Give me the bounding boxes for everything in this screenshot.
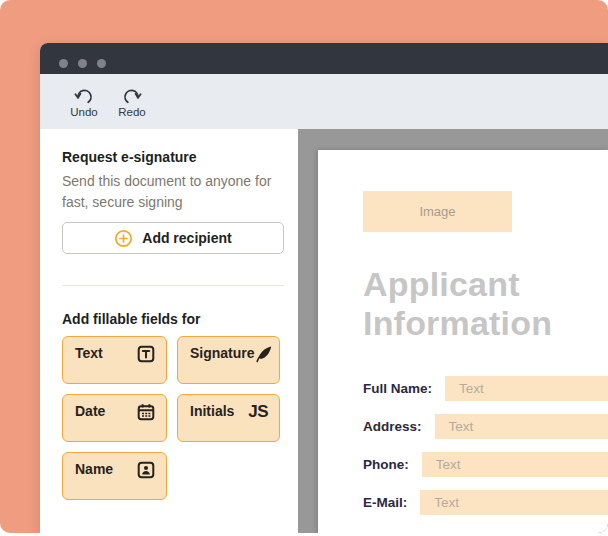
app-window: Undo Redo (40, 43, 608, 533)
redo-label: Redo (118, 106, 146, 118)
editor-toolbar: Undo Redo (40, 74, 608, 129)
form-label: Full Name: (363, 376, 432, 401)
plus-circle-icon (114, 229, 133, 248)
initials-glyph: JS (248, 403, 268, 421)
form-row-full-name: Full Name: Text (363, 376, 608, 401)
redo-button[interactable]: Redo (109, 85, 155, 118)
undo-icon (73, 87, 95, 105)
window-controls (59, 59, 106, 68)
sidebar-title: Request e-signature (62, 149, 284, 165)
form-label: E-Mail: (363, 490, 407, 515)
text-field-icon (137, 345, 155, 366)
document-form: Full Name: Text Address: Text Phone: Tex… (363, 376, 608, 515)
field-button-date[interactable]: Date (62, 394, 167, 442)
document-heading: Applicant Information (363, 265, 608, 343)
text-input-field[interactable]: Text (420, 490, 608, 515)
coral-background-card: Undo Redo (0, 0, 608, 533)
document-page: Image Applicant Information Full Name: T… (318, 150, 608, 533)
fillable-fields-title: Add fillable fields for (62, 311, 284, 327)
field-button-label: Signature (190, 345, 255, 361)
image-placeholder[interactable]: Image (363, 191, 512, 232)
field-button-text[interactable]: Text (62, 336, 167, 384)
add-recipient-button[interactable]: Add recipient (62, 222, 284, 254)
window-dot-icon[interactable] (59, 59, 68, 68)
text-input-field[interactable]: Text (445, 376, 608, 401)
field-button-signature[interactable]: Signature (177, 336, 280, 384)
document-heading-line2: Information (363, 304, 608, 343)
main-content: Request e-signature Send this document t… (40, 129, 608, 533)
form-row-address: Address: Text (363, 414, 608, 439)
field-button-label: Initials (190, 403, 234, 419)
undo-button[interactable]: Undo (61, 85, 107, 118)
redo-icon (121, 87, 143, 105)
sidebar-description: Send this document to anyone for fast, s… (62, 171, 284, 213)
field-button-label: Date (75, 403, 105, 419)
screenshot-canvas: Undo Redo (0, 0, 608, 536)
field-button-label: Name (75, 461, 113, 477)
field-button-initials[interactable]: Initials JS (177, 394, 280, 442)
image-placeholder-label: Image (419, 204, 455, 219)
feather-icon (255, 345, 273, 366)
field-button-label: Text (75, 345, 103, 361)
form-row-email: E-Mail: Text (363, 490, 608, 515)
fillable-field-buttons: Text Signature (62, 336, 284, 500)
person-badge-icon (137, 461, 155, 482)
sidebar-divider (62, 285, 284, 286)
window-titlebar (40, 43, 608, 74)
window-dot-icon[interactable] (78, 59, 87, 68)
text-input-field[interactable]: Text (422, 452, 608, 477)
form-label: Phone: (363, 452, 409, 477)
form-label: Address: (363, 414, 422, 439)
document-heading-line1: Applicant (363, 265, 608, 304)
sidebar: Request e-signature Send this document t… (40, 129, 298, 533)
calendar-icon (137, 403, 155, 424)
form-row-phone: Phone: Text (363, 452, 608, 477)
document-viewer: Image Applicant Information Full Name: T… (298, 129, 608, 533)
add-recipient-label: Add recipient (142, 230, 231, 246)
window-dot-icon[interactable] (97, 59, 106, 68)
field-button-name[interactable]: Name (62, 452, 167, 500)
undo-label: Undo (70, 106, 98, 118)
text-input-field[interactable]: Text (435, 414, 608, 439)
